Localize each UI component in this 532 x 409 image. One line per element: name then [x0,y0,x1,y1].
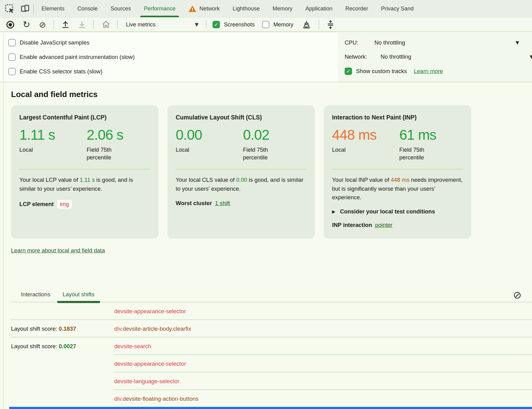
home-live-metrics-icon[interactable] [101,20,111,29]
chevron-down-icon[interactable]: ▼ [530,54,532,60]
collect-garbage-icon[interactable] [302,20,311,29]
tab-label: Network [199,6,220,12]
lcp-local-value: 1.11 s [19,127,87,143]
screenshots-checkbox-box[interactable]: ✓ [213,21,220,28]
checkbox-box[interactable]: ✓ [8,53,16,61]
checkbox-label: Enable advanced paint instrumentation (s… [20,54,135,60]
page-title: Local and field metrics [11,90,532,99]
tabbar-separator [33,4,34,14]
tabbar-tabs: ElementsConsoleSourcesPerformanceNetwork… [35,0,420,17]
layout-shift-row: devsite-appearance-selector [11,302,532,320]
lcp-local-label: Local [19,146,61,154]
element-link[interactable]: devsite-language-selector [114,378,179,385]
tab-label: Lighthouse [233,6,260,12]
logs-section: InteractionsLayout shifts⊘ devsite-appea… [11,288,532,407]
tab-console[interactable]: Console [71,0,104,17]
tab-sources[interactable]: Sources [104,0,137,17]
logs-tab-bar: InteractionsLayout shifts⊘ [11,288,532,302]
cls-description: Your local CLS value of 0.00 is good, an… [176,176,307,193]
capture-settings-pane: ✓Disable JavaScript samples✓Enable advan… [0,33,532,82]
save-profile-icon[interactable] [78,20,86,29]
collapse-expand-icon[interactable] [326,20,335,29]
screenshots-checkbox[interactable]: ✓ Screenshots [213,21,255,28]
tab-performance[interactable]: Performance [137,0,182,17]
panel-mode-value: Live metrics [126,21,155,28]
local-test-conditions-disclosure[interactable]: ▶ Consider your local test conditions [332,208,463,215]
cls-card: Cumulative Layout Shift (CLS) 0.00 Local… [167,105,315,239]
checkbox-label: Enable CSS selector stats (slow) [20,68,102,75]
cls-field-label: Field 75th percentile [243,146,284,162]
memory-checkbox-label: Memory [273,21,293,28]
live-metrics-view: Local and field metrics Largest Contentf… [0,83,532,409]
inspect-element-icon[interactable] [5,4,14,14]
lcp-field-label: Field 75th percentile [87,146,128,162]
checkbox-box[interactable]: ✓ [8,39,16,46]
lcp-element-node-badge[interactable]: img [57,200,72,208]
tab-elements[interactable]: Elements [35,0,71,17]
layout-shift-row: Layout shift score: 0.0027devsite-search [11,337,532,355]
setting-checkbox-enable-css-selector[interactable]: ✓Enable CSS selector stats (slow) [8,68,135,75]
device-toolbar-icon[interactable] [21,4,30,14]
tab-network[interactable]: Network [182,0,226,17]
custom-tracks-checkbox[interactable]: ✓ Show custom tracks Learn more [345,68,532,75]
metric-cards: Largest Contentful Paint (LCP) 1.11 s Lo… [11,105,532,239]
checkbox-box[interactable]: ✓ [8,68,16,75]
element-link[interactable]: div.devsite-article-body.clearfix [114,325,191,332]
divider [332,169,463,169]
reload-and-record-icon[interactable]: ↻ [23,20,30,29]
warning-icon [188,5,197,13]
inp-local-label: Local [332,146,374,154]
lcp-description: Your local LCP value of 1.11 s is good, … [19,176,151,193]
divider [19,169,151,169]
worst-cluster-label: Worst cluster [176,200,212,207]
element-link[interactable]: devsite-appearance-selector [114,360,186,367]
setting-checkbox-enable-advanced-paint[interactable]: ✓Enable advanced paint instrumentation (… [8,53,135,61]
lcp-element-row: LCP element img [19,200,151,208]
chevron-down-icon[interactable]: ▼ [515,40,519,45]
worst-cluster-link[interactable]: 1 shift [215,200,230,207]
inp-interaction-row: INP interaction pointer [332,222,463,228]
tab-memory[interactable]: Memory [266,0,299,17]
record-icon[interactable] [6,21,14,29]
custom-tracks-checkbox-box[interactable]: ✓ [345,68,352,75]
inp-local-value: 448 ms [332,127,399,143]
network-throttling-select[interactable]: No throttling [381,53,411,60]
throttling-pane: CPU: No throttling ▼ Network: No throttl… [338,33,532,82]
tab-label: Sources [111,6,131,12]
element-link[interactable]: devsite-search [114,343,151,350]
cls-local-label: Local [176,146,217,154]
learn-more-field-data-link[interactable]: Learn more about local and field data [11,247,105,254]
load-profile-icon[interactable] [61,20,70,29]
inp-interaction-label: INP interaction [332,222,372,228]
bottom-focus-bar [9,407,532,409]
panel-mode-select[interactable]: Live metrics ▼ [120,21,203,28]
clear-log-icon[interactable]: ⊘ [513,290,522,300]
element-link[interactable]: devsite-appearance-selector [114,308,186,315]
tab-lighthouse[interactable]: Lighthouse [226,0,266,17]
tab-application[interactable]: Application [299,0,339,17]
clear-icon[interactable]: ⊘ [39,21,46,29]
layout-shift-row: devsite-appearance-selector [11,355,532,372]
screenshots-checkbox-label: Screenshots [224,21,255,28]
inp-field-label: Field 75th percentile [399,146,441,162]
inp-interaction-link[interactable]: pointer [375,222,393,228]
layout-shift-score: Layout shift score: 0.1837 [11,325,114,332]
setting-checkbox-disable-javascript-samples[interactable]: ✓Disable JavaScript samples [8,39,135,46]
inp-field-value: 61 ms [399,127,441,143]
tab-recorder[interactable]: Recorder [339,0,374,17]
memory-checkbox[interactable]: ✓ Memory [262,21,293,28]
tab-layout-shifts[interactable]: Layout shifts [57,291,101,302]
lcp-card-title: Largest Contentful Paint (LCP) [19,114,151,121]
custom-tracks-learn-more-link[interactable]: Learn more [414,68,443,75]
cpu-throttling-row: CPU: No throttling ▼ [345,39,532,46]
tab-interactions[interactable]: Interactions [15,291,57,302]
capture-settings-checkboxes: ✓Disable JavaScript samples✓Enable advan… [8,33,135,82]
cpu-throttling-select[interactable]: No throttling [374,39,405,46]
memory-checkbox-box[interactable]: ✓ [262,21,269,28]
tab-label: Console [77,6,98,12]
cls-local-value: 0.00 [176,127,243,143]
element-link[interactable]: div.devsite-floating-action-buttons [114,395,198,402]
tab-privacy-sand[interactable]: Privacy Sand [374,0,420,17]
tab-label: Privacy Sand [381,6,413,12]
inp-card: Interaction to Next Paint (INP) 448 ms L… [324,105,471,239]
